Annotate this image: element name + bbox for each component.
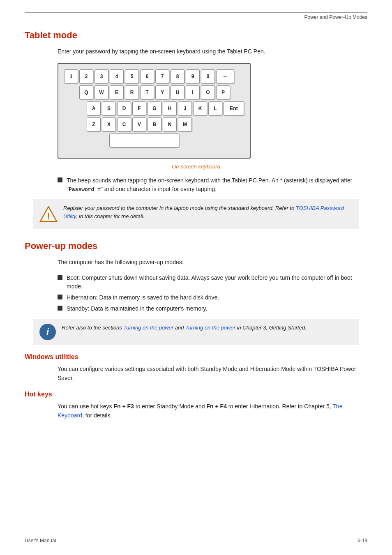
key-q: Q xyxy=(79,85,93,99)
key-e: E xyxy=(110,85,124,99)
power-up-modes-body: The computer has the following power-up … xyxy=(58,258,367,267)
key-a: A xyxy=(87,101,101,115)
key-t: T xyxy=(140,85,154,99)
turning-on-power-link-2[interactable]: Turning on the power xyxy=(185,325,235,331)
hot-keys-title: Hot keys xyxy=(25,391,367,398)
key-z: Z xyxy=(87,117,101,131)
key-s: S xyxy=(102,101,116,115)
hot-keys-text-mid: to enter Standby Mode and xyxy=(134,403,207,410)
info-box: i Refer also to the sections Turning on … xyxy=(33,319,359,345)
warning-text-post: , in this chapter for the detail. xyxy=(76,213,145,219)
svg-text:!: ! xyxy=(47,211,50,221)
keyboard-row-2: Q W E R T Y U I O P xyxy=(79,85,244,99)
warning-text-pre: Register your password to the computer i… xyxy=(63,205,296,211)
key-5: 5 xyxy=(125,69,139,83)
turning-on-power-link-1[interactable]: Turning on the power xyxy=(123,325,173,331)
tablet-mode-bullets: The beep sounds when tapping the on-scre… xyxy=(58,176,367,194)
power-bullet-boot: Boot: Computer shuts down without saving… xyxy=(58,274,367,291)
windows-utilities-body: You can configure various settings assoc… xyxy=(58,365,367,382)
keyboard-row-3: A S D F G H J K L Ent xyxy=(87,101,244,115)
key-u: U xyxy=(171,85,184,99)
bullet-square-icon xyxy=(58,306,62,311)
key-2: 2 xyxy=(79,69,93,83)
hot-keys-text-end: , for details. xyxy=(82,412,112,419)
windows-utilities-title: Windows utilities xyxy=(25,353,367,361)
key-g: G xyxy=(148,101,161,115)
info-text-pre: Refer also to the sections xyxy=(62,325,123,331)
key-n: N xyxy=(163,117,177,131)
power-bullet-standby: Standby: Data is maintained in the compu… xyxy=(58,304,367,313)
key-9: 9 xyxy=(186,69,200,83)
tablet-mode-body: Enter your password by tapping the on-sc… xyxy=(58,47,367,56)
footer-left: User's Manual xyxy=(25,538,56,543)
key-8: 8 xyxy=(171,69,184,83)
key-7: 7 xyxy=(155,69,169,83)
power-bullet-hibernation: Hibernation: Data in memory is saved to … xyxy=(58,293,367,302)
hot-key-fn-f4: Fn + F4 xyxy=(207,403,227,410)
tablet-mode-bullet-1: The beep sounds when tapping the on-scre… xyxy=(58,176,367,194)
key-f: F xyxy=(132,101,146,115)
hot-key-fn-f3: Fn + F3 xyxy=(113,403,134,410)
bullet-1-text: The beep sounds when tapping the on-scre… xyxy=(67,176,367,194)
password-code: Password = xyxy=(69,187,101,193)
info-text: Refer also to the sections Turning on th… xyxy=(62,324,307,332)
keyboard-row-4: Z X C V B N M xyxy=(87,117,244,131)
keyboard-row-5 xyxy=(87,134,244,147)
warning-icon: ! xyxy=(39,205,58,224)
key-0: 0 xyxy=(201,69,215,83)
info-text-mid: and xyxy=(173,325,185,331)
keyboard-row-1: 1 2 3 4 5 6 7 8 9 0 ← xyxy=(64,69,244,83)
key-k: K xyxy=(193,101,207,115)
key-6: 6 xyxy=(140,69,154,83)
bullet-boot-text: Boot: Computer shuts down without saving… xyxy=(67,274,367,291)
key-backspace: ← xyxy=(216,69,234,83)
power-up-bullets: Boot: Computer shuts down without saving… xyxy=(58,274,367,313)
page-footer: User's Manual 6-19 xyxy=(25,535,367,543)
hot-keys-body: You can use hot keys Fn + F3 to enter St… xyxy=(58,402,367,420)
bullet-hibernation-text: Hibernation: Data in memory is saved to … xyxy=(67,293,219,302)
key-o: O xyxy=(201,85,215,99)
hot-keys-subsection: Hot keys You can use hot keys Fn + F3 to… xyxy=(25,391,367,420)
key-4: 4 xyxy=(110,69,124,83)
bullet-square-icon xyxy=(58,295,62,299)
windows-utilities-subsection: Windows utilities You can configure vari… xyxy=(25,353,367,382)
key-b: B xyxy=(148,117,161,131)
key-c: C xyxy=(117,117,131,131)
page: Power and Power-Up Modes Tablet mode Ent… xyxy=(0,0,392,555)
key-j: J xyxy=(178,101,192,115)
power-up-modes-title: Power-up modes xyxy=(25,241,367,251)
tablet-mode-section: Tablet mode Enter your password by tappi… xyxy=(25,30,367,229)
key-3: 3 xyxy=(95,69,108,83)
bullet-square-icon xyxy=(58,177,62,182)
keyboard-box: 1 2 3 4 5 6 7 8 9 0 ← Q W E R xyxy=(58,63,251,159)
footer-right: 6-19 xyxy=(357,538,367,543)
key-r: R xyxy=(125,85,139,99)
key-1: 1 xyxy=(64,69,78,83)
top-rule xyxy=(25,12,367,13)
key-spacebar xyxy=(109,134,179,147)
key-h: H xyxy=(163,101,177,115)
info-text-post: in Chapter 3, Getting Started. xyxy=(235,325,307,331)
tablet-mode-title: Tablet mode xyxy=(25,30,367,41)
info-icon: i xyxy=(39,324,56,340)
power-up-modes-section: Power-up modes The computer has the foll… xyxy=(25,241,367,420)
key-y: Y xyxy=(155,85,169,99)
key-l: L xyxy=(208,101,222,115)
key-m: M xyxy=(178,117,192,131)
key-v: V xyxy=(132,117,146,131)
page-header: Power and Power-Up Modes xyxy=(25,14,367,20)
key-x: X xyxy=(102,117,116,131)
key-d: D xyxy=(117,101,131,115)
key-p: P xyxy=(216,85,230,99)
warning-text: Register your password to the computer i… xyxy=(63,204,353,221)
key-enter: Ent xyxy=(224,101,244,115)
bullet-standby-text: Standby: Data is maintained in the compu… xyxy=(67,304,207,313)
key-i: I xyxy=(186,85,200,99)
hot-keys-text-post: to enter Hibernation. Refer to Chapter 5… xyxy=(227,403,332,410)
hot-keys-text-pre: You can use hot keys xyxy=(58,403,113,410)
warning-box: ! Register your password to the computer… xyxy=(33,199,359,229)
bullet-square-icon xyxy=(58,275,62,280)
keyboard-diagram: 1 2 3 4 5 6 7 8 9 0 ← Q W E R xyxy=(58,63,367,159)
key-w: W xyxy=(95,85,108,99)
keyboard-caption: On-screen keyboard xyxy=(25,164,367,170)
